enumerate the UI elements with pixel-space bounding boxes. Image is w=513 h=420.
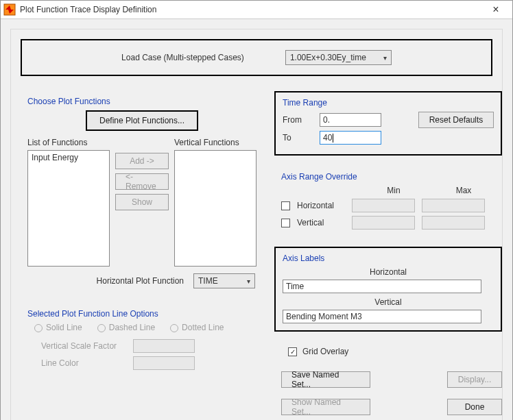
time-range-to-label: To [283,133,311,143]
line-options-group: Selected Plot Function Line Options Soli… [21,304,263,380]
time-range-from-input[interactable]: 0. [320,113,381,127]
right-column: Time Range From 0. Reset Defaults To 40 … [274,91,502,415]
time-range-group: Time Range From 0. Reset Defaults To 40 [274,91,502,156]
grid-overlay-label: Grid Overlay [302,347,348,356]
client-area: Load Case (Multi-stepped Cases) 1.00Ex+0… [1,19,512,420]
inner-panel: Load Case (Multi-stepped Cases) 1.00Ex+0… [10,29,503,420]
window-title: Plot Function Trace Display Definition [20,5,482,14]
show-named-set-button[interactable]: Show Named Set... [281,399,370,415]
line-options-title: Selected Plot Function Line Options [27,309,256,319]
axis-override-min-label: Min [362,186,425,195]
axis-labels-title: Axis Labels [283,254,494,263]
load-case-row: Load Case (Multi-stepped Cases) 1.00Ex+0… [21,39,492,76]
list-of-functions-label: List of Functions [27,138,110,147]
reset-defaults-button[interactable]: Reset Defaults [418,112,494,128]
vertical-scale-factor-label: Vertical Scale Factor [41,341,123,351]
choose-plot-functions-title: Choose Plot Functions [27,97,256,106]
grid-overlay-checkbox[interactable]: ✓ [288,347,297,356]
vertical-scale-factor-input [133,339,195,353]
choose-plot-functions-group: Choose Plot Functions Define Plot Functi… [21,91,263,295]
columns: Choose Plot Functions Define Plot Functi… [21,91,492,415]
radio-icon [97,324,106,332]
vertical-min-input [352,216,415,230]
dialog-window: Plot Function Trace Display Definition ×… [0,0,513,420]
grid-overlay-row: ✓ Grid Overlay [288,347,502,356]
vertical-scale-factor-row: Vertical Scale Factor [41,339,256,353]
display-button[interactable]: Display... [447,371,502,388]
close-button[interactable]: × [482,1,510,18]
app-icon [3,3,16,16]
close-icon: × [492,3,499,16]
radio-icon [170,324,178,332]
load-case-label: Load Case (Multi-stepped Cases) [121,53,244,62]
load-case-dropdown[interactable]: 1.00Ex+0.30Ey_time ▾ [285,50,392,65]
save-named-set-button[interactable]: Save Named Set... [281,371,370,388]
vertical-max-input [422,216,485,230]
vertical-override-checkbox[interactable] [281,219,290,227]
titlebar: Plot Function Trace Display Definition × [1,1,512,19]
vertical-functions-label: Vertical Functions [174,138,256,147]
horizontal-plot-function-dropdown[interactable]: TIME ▾ [193,273,255,288]
load-case-selected: 1.00Ex+0.30Ey_time [290,53,366,62]
horizontal-min-input [352,199,415,212]
text-cursor [333,134,333,143]
line-color-row: Line Color [41,356,256,370]
line-color-label: Line Color [41,358,123,368]
chevron-down-icon: ▾ [247,277,250,285]
horizontal-plot-function-label: Horizontal Plot Function [97,276,184,286]
horizontal-override-checkbox[interactable] [281,201,290,210]
add-button[interactable]: Add -> [115,153,169,169]
axis-labels-group: Axis Labels Horizontal Time Vertical Ben… [274,247,502,332]
axis-range-override-title: Axis Range Override [281,172,495,182]
dashed-line-radio: Dashed Line [97,323,155,332]
function-transfer-buttons: Add -> <- Remove Show [115,153,169,210]
line-color-input [133,356,195,370]
list-item[interactable]: Input Energy [28,151,109,164]
axis-labels-vertical-header: Vertical [283,297,494,307]
horizontal-override-label: Horizontal [297,201,345,210]
horizontal-axis-label-input[interactable]: Time [283,280,481,293]
time-range-to-input[interactable]: 40 [320,131,381,145]
vertical-functions-listbox[interactable] [174,150,256,267]
left-column: Choose Plot Functions Define Plot Functi… [21,91,263,415]
axis-labels-horizontal-header: Horizontal [283,267,494,277]
axis-range-override-group: Axis Range Override Min Max Horizontal [274,166,502,240]
horizontal-max-input [422,199,485,212]
define-plot-functions-button[interactable]: Define Plot Functions... [86,110,198,131]
axis-override-max-label: Max [432,186,495,195]
show-button[interactable]: Show [115,194,169,210]
remove-button[interactable]: <- Remove [115,173,169,190]
time-range-from-label: From [283,115,311,125]
functions-columns: List of Functions Input Energy Add -> <-… [27,138,256,267]
horizontal-plot-function-row: Horizontal Plot Function TIME ▾ [27,273,256,288]
line-style-radios: Solid Line Dashed Line Dotted Line [34,323,256,332]
time-range-title: Time Range [283,98,494,108]
dotted-line-radio: Dotted Line [170,323,224,332]
radio-icon [34,324,43,332]
horizontal-plot-function-selected: TIME [198,276,218,286]
solid-line-radio: Solid Line [34,323,82,332]
list-of-functions-listbox[interactable]: Input Energy [27,150,110,267]
vertical-axis-label-input[interactable]: Bending Moment M3 [283,310,481,323]
done-button[interactable]: Done [447,399,502,415]
vertical-override-label: Vertical [297,218,345,227]
chevron-down-icon: ▾ [383,54,387,62]
